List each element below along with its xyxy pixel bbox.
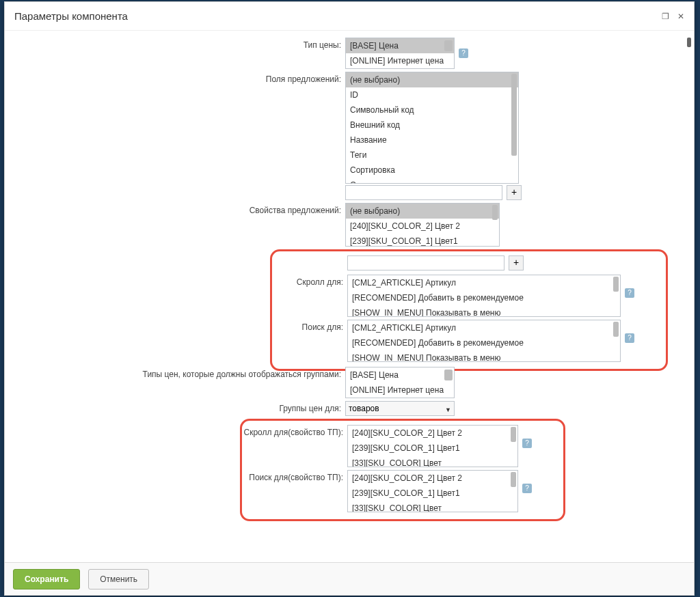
option[interactable]: (не выбрано) — [346, 72, 518, 87]
dialog-titlebar: Параметры компонента ❐ ✕ — [5, 2, 694, 31]
select-search-for[interactable]: [CML2_ARTICKLE] Артикул [RECOMENDED] Доб… — [347, 320, 621, 362]
select-price-group-types[interactable]: [BASE] Цена [ONLINE] Интернет цена — [345, 367, 455, 398]
maximize-icon[interactable]: ❐ — [662, 12, 669, 21]
row-price-type: Тип цены: [BASE] Цена [ONLINE] Интернет … — [17, 38, 682, 69]
save-button[interactable]: Сохранить — [13, 569, 80, 589]
highlight-box-1: + Скролл для: [CML2_ARTICKLE] Артикул [R… — [270, 249, 668, 371]
option[interactable]: [ONLINE] Интернет цена — [346, 383, 454, 398]
label-scroll-tp: Скролл для(свойство ТП): — [242, 425, 347, 437]
dialog-footer: Сохранить Отменить — [5, 562, 694, 595]
cancel-button[interactable]: Отменить — [88, 569, 149, 589]
option[interactable]: [BASE] Цена — [346, 38, 454, 53]
label-price-type: Тип цены: — [17, 38, 345, 50]
scrollbar-thumb[interactable] — [613, 322, 619, 337]
help-icon[interactable]: ? — [625, 288, 634, 298]
option[interactable]: [RECOMENDED] Добавить в рекомендуемое — [348, 290, 620, 305]
help-icon[interactable]: ? — [522, 484, 532, 493]
row-offer-fields-add: + — [17, 185, 682, 200]
dialog-window-controls: ❐ ✕ — [662, 12, 684, 21]
body-scrollbar-thumb[interactable] — [687, 38, 691, 47]
option[interactable]: [CML2_ARTICKLE] Артикул — [348, 320, 620, 335]
row-offer-props: Свойства предложений: (не выбрано) [240]… — [17, 203, 682, 247]
scrollbar-thumb[interactable] — [511, 427, 516, 442]
selected-value: товаров — [349, 404, 379, 413]
option[interactable]: Название — [346, 133, 518, 148]
option[interactable]: Символьный код — [346, 102, 518, 117]
select-search-tp[interactable]: [240][SKU_COLOR_2] Цвет 2 [239][SKU_COLO… — [347, 470, 518, 512]
option[interactable]: [239][SKU_COLOR_1] Цвет1 — [348, 441, 517, 456]
option[interactable]: ID — [346, 87, 518, 102]
option[interactable]: [BASE] Цена — [346, 367, 454, 383]
row-price-group-types: Типы цен, которые должны отображаться гр… — [17, 367, 682, 398]
option[interactable]: [SHOW_IN_MENU] Показывать в меню — [348, 350, 620, 362]
help-icon[interactable]: ? — [522, 439, 532, 448]
select-offer-props[interactable]: (не выбрано) [240][SKU_COLOR_2] Цвет 2 [… — [345, 203, 500, 247]
option[interactable]: [CML2_ARTICKLE] Артикул — [348, 275, 620, 290]
label-price-groups-for: Группы цен для: — [17, 401, 345, 413]
scrollbar-thumb[interactable] — [613, 277, 619, 292]
row-offer-props-add: + — [272, 255, 659, 270]
label-price-group-types: Типы цен, которые должны отображаться гр… — [17, 367, 345, 379]
help-icon[interactable]: ? — [625, 333, 634, 343]
option[interactable]: Внешний код — [346, 117, 518, 133]
label-search-for: Поиск для: — [272, 320, 347, 332]
form: Тип цены: [BASE] Цена [ONLINE] Интернет … — [17, 38, 682, 521]
scrollbar-thumb[interactable] — [511, 472, 516, 487]
scrollbar-thumb[interactable] — [492, 205, 498, 220]
dialog-body: Тип цены: [BASE] Цена [ONLINE] Интернет … — [5, 31, 694, 562]
close-icon[interactable]: ✕ — [677, 12, 684, 21]
option[interactable]: [33][SKU_COLOR] Цвет — [348, 456, 517, 467]
highlight-box-2: Скролл для(свойство ТП): [240][SKU_COLOR… — [240, 419, 565, 521]
add-offer-field-button[interactable]: + — [507, 185, 522, 200]
offer-props-input[interactable] — [347, 255, 504, 270]
option[interactable]: Теги — [346, 148, 518, 163]
option[interactable]: [RECOMENDED] Добавить в рекомендуемое — [348, 335, 620, 350]
select-scroll-tp[interactable]: [240][SKU_COLOR_2] Цвет 2 [239][SKU_COLO… — [347, 425, 518, 467]
scrollbar-thumb[interactable] — [444, 370, 453, 380]
option[interactable]: [240][SKU_COLOR_2] Цвет 2 — [346, 219, 499, 234]
row-scroll-for: Скролл для: [CML2_ARTICKLE] Артикул [REC… — [272, 275, 659, 317]
option[interactable]: Описание для анонса — [346, 178, 518, 184]
row-offer-fields: Поля предложений: (не выбрано) ID Символ… — [17, 72, 682, 184]
help-icon[interactable]: ? — [459, 48, 468, 58]
scrollbar-thumb[interactable] — [511, 74, 517, 156]
offer-fields-input[interactable] — [345, 185, 502, 200]
component-params-dialog: Параметры компонента ❐ ✕ Тип цены: [BASE… — [4, 1, 695, 596]
row-search-tp: Поиск для(свойство ТП): [240][SKU_COLOR_… — [242, 470, 556, 512]
row-price-groups-for: Группы цен для: товаров — [17, 401, 682, 416]
row-scroll-tp: Скролл для(свойство ТП): [240][SKU_COLOR… — [242, 425, 556, 467]
label-search-tp: Поиск для(свойство ТП): — [242, 470, 347, 482]
row-search-for: Поиск для: [CML2_ARTICKLE] Артикул [RECO… — [272, 320, 659, 362]
scrollbar-thumb[interactable] — [444, 40, 453, 51]
option[interactable]: Сортировка — [346, 163, 518, 178]
select-scroll-for[interactable]: [CML2_ARTICKLE] Артикул [RECOMENDED] Доб… — [347, 275, 621, 317]
add-offer-prop-button[interactable]: + — [509, 255, 524, 270]
label-offer-fields: Поля предложений: — [17, 72, 345, 84]
label-scroll-for: Скролл для: — [272, 275, 347, 287]
option[interactable]: [SHOW_IN_MENU] Показывать в меню — [348, 305, 620, 317]
option[interactable]: [33][SKU_COLOR] Цвет — [348, 501, 517, 512]
option[interactable]: [ONLINE] Интернет цена — [346, 53, 454, 68]
select-price-groups-for[interactable]: товаров — [345, 401, 455, 416]
select-offer-fields[interactable]: (не выбрано) ID Символьный код Внешний к… — [345, 72, 519, 184]
option[interactable]: [240][SKU_COLOR_2] Цвет 2 — [348, 426, 517, 441]
select-price-type[interactable]: [BASE] Цена [ONLINE] Интернет цена — [345, 38, 455, 69]
label-offer-props: Свойства предложений: — [17, 203, 345, 215]
option[interactable]: [239][SKU_COLOR_1] Цвет1 — [348, 486, 517, 501]
option[interactable]: [239][SKU_COLOR_1] Цвет1 — [346, 234, 499, 247]
dialog-title: Параметры компонента — [14, 10, 128, 22]
option[interactable]: [240][SKU_COLOR_2] Цвет 2 — [348, 471, 517, 486]
option[interactable]: (не выбрано) — [346, 204, 499, 219]
